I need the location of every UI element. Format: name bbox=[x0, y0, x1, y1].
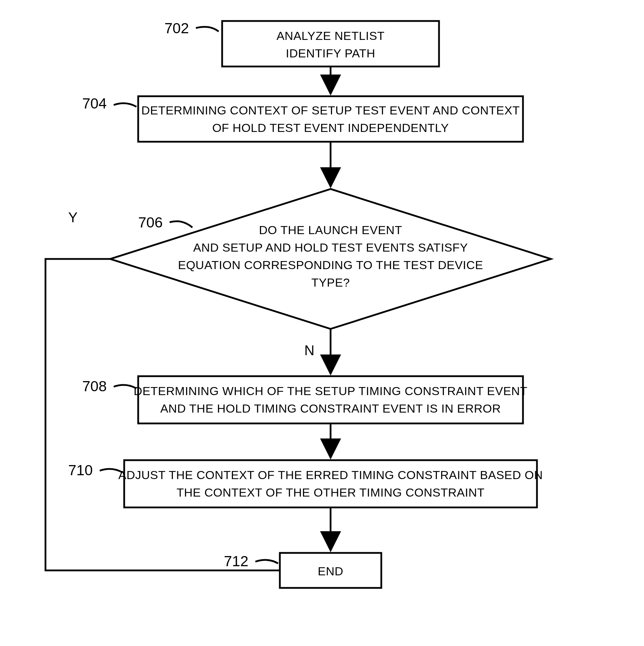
label-702: 702 bbox=[164, 20, 189, 36]
label-704: 704 bbox=[82, 95, 107, 112]
label-710: 710 bbox=[68, 462, 93, 478]
svg-rect-3 bbox=[138, 376, 523, 423]
node-706-line3: EQUATION CORRESPONDING TO THE TEST DEVIC… bbox=[178, 258, 483, 272]
node-712-line1: END bbox=[318, 564, 343, 578]
node-702-line1: ANALYZE NETLIST bbox=[276, 29, 384, 42]
leader-702 bbox=[196, 27, 219, 31]
node-710-line2: THE CONTEXT OF THE OTHER TIMING CONSTRAI… bbox=[177, 486, 484, 499]
flowchart-diagram: ANALYZE NETLIST IDENTIFY PATH 702 DETERM… bbox=[0, 0, 644, 646]
node-708: DETERMINING WHICH OF THE SETUP TIMING CO… bbox=[134, 376, 528, 423]
svg-rect-4 bbox=[124, 460, 537, 507]
node-704-line2: OF HOLD TEST EVENT INDEPENDENTLY bbox=[212, 121, 449, 134]
leader-712 bbox=[255, 560, 278, 563]
node-706-line4: TYPE? bbox=[311, 276, 350, 289]
node-704-line1: DETERMINING CONTEXT OF SETUP TEST EVENT … bbox=[141, 104, 520, 117]
node-712: END bbox=[280, 553, 381, 588]
node-702: ANALYZE NETLIST IDENTIFY PATH bbox=[222, 21, 439, 66]
leader-708 bbox=[114, 385, 136, 388]
node-706-line2: AND SETUP AND HOLD TEST EVENTS SATISFY bbox=[193, 241, 468, 254]
node-706-line1: DO THE LAUNCH EVENT bbox=[259, 223, 402, 237]
label-706: 706 bbox=[138, 214, 163, 231]
node-710-line1: ADJUST THE CONTEXT OF THE ERRED TIMING C… bbox=[118, 468, 543, 482]
node-704: DETERMINING CONTEXT OF SETUP TEST EVENT … bbox=[138, 96, 523, 142]
node-702-line2: IDENTIFY PATH bbox=[286, 47, 375, 60]
leader-704 bbox=[114, 103, 136, 107]
node-708-line2: AND THE HOLD TIMING CONSTRAINT EVENT IS … bbox=[160, 402, 501, 415]
decision-no: N bbox=[304, 343, 314, 358]
node-708-line1: DETERMINING WHICH OF THE SETUP TIMING CO… bbox=[134, 384, 528, 398]
node-710: ADJUST THE CONTEXT OF THE ERRED TIMING C… bbox=[118, 460, 543, 507]
leader-706 bbox=[170, 221, 192, 227]
decision-yes: Y bbox=[68, 210, 78, 225]
label-708: 708 bbox=[82, 378, 107, 394]
label-712: 712 bbox=[224, 553, 248, 569]
svg-rect-1 bbox=[138, 96, 523, 142]
node-706: DO THE LAUNCH EVENT AND SETUP AND HOLD T… bbox=[110, 189, 551, 329]
